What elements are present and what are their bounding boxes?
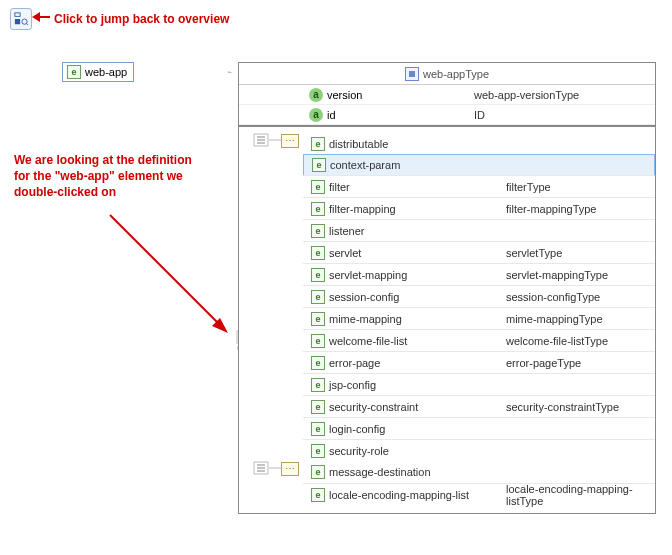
element-type: filterType (506, 181, 655, 193)
element-icon: e (67, 65, 81, 79)
element-icon: e (311, 224, 325, 238)
element-name: security-constraint (329, 401, 418, 413)
element-type: error-pageType (506, 357, 655, 369)
element-icon: e (311, 444, 325, 458)
element-row[interactable]: emime-mappingmime-mappingType (303, 307, 655, 329)
overview-icon (14, 12, 28, 26)
element-icon: e (311, 246, 325, 260)
attribute-icon: a (309, 88, 323, 102)
attribute-type: ID (474, 109, 655, 121)
group-toggle[interactable] (253, 461, 269, 477)
type-header-name: web-appType (423, 68, 489, 80)
sequence-icon[interactable] (281, 462, 299, 476)
element-row[interactable]: elistener (303, 219, 655, 241)
annotation-left-label: We are looking at the definition for the… (14, 152, 194, 201)
element-name: servlet-mapping (329, 269, 407, 281)
element-row[interactable]: esession-configsession-configType (303, 285, 655, 307)
element-icon: e (311, 290, 325, 304)
connector-arrow (150, 71, 238, 73)
element-row[interactable]: efilterfilterType (303, 175, 655, 197)
element-icon: e (311, 356, 325, 370)
element-row[interactable]: econtext-param (303, 154, 655, 176)
svg-rect-0 (15, 13, 20, 17)
svg-line-8 (110, 215, 220, 325)
element-row[interactable]: elocale-encoding-mapping-listlocale-enco… (303, 483, 655, 505)
element-type: session-configType (506, 291, 655, 303)
element-icon: e (311, 312, 325, 326)
element-type: security-constraintType (506, 401, 655, 413)
element-row[interactable]: efilter-mappingfilter-mappingType (303, 197, 655, 219)
type-definition-panel: web-appType aversionweb-app-versionTypea… (238, 62, 656, 514)
element-name: security-role (329, 445, 389, 457)
element-icon: e (311, 137, 325, 151)
element-row[interactable]: esecurity-constraintsecurity-constraintT… (303, 395, 655, 417)
element-icon: e (311, 202, 325, 216)
element-row[interactable]: esecurity-role (303, 439, 655, 461)
element-row[interactable]: eerror-pageerror-pageType (303, 351, 655, 373)
element-name: welcome-file-list (329, 335, 407, 347)
element-icon: e (312, 158, 326, 172)
attribute-row[interactable]: aversionweb-app-versionType (239, 85, 655, 105)
element-type: filter-mappingType (506, 203, 655, 215)
annotation-top-label: Click to jump back to overview (54, 12, 229, 26)
model-group: edistributableecontext-paramefilterfilte… (239, 133, 655, 461)
element-row[interactable]: elogin-config (303, 417, 655, 439)
element-type: servlet-mappingType (506, 269, 655, 281)
element-icon: e (311, 378, 325, 392)
element-type: servletType (506, 247, 655, 259)
model-group: emessage-destinationelocale-encoding-map… (239, 461, 655, 505)
element-name: filter-mapping (329, 203, 396, 215)
svg-rect-1 (15, 19, 20, 24)
overview-button[interactable] (10, 8, 32, 30)
element-name: jsp-config (329, 379, 376, 391)
element-icon: e (311, 180, 325, 194)
attribute-row[interactable]: aidID (239, 105, 655, 125)
element-name: mime-mapping (329, 313, 402, 325)
element-name: session-config (329, 291, 399, 303)
annotation-arrow-top (32, 10, 50, 24)
element-icon: e (311, 400, 325, 414)
attribute-name: id (327, 109, 336, 121)
element-name: distributable (329, 138, 388, 150)
sequence-icon[interactable] (281, 134, 299, 148)
attribute-icon: a (309, 108, 323, 122)
element-name: locale-encoding-mapping-list (329, 489, 469, 501)
complex-type-icon (405, 67, 419, 81)
annotation-arrow-left (100, 210, 240, 340)
group-toggle-icon (253, 133, 269, 147)
element-row[interactable]: edistributable (303, 133, 655, 155)
element-name: servlet (329, 247, 361, 259)
element-icon: e (311, 268, 325, 282)
element-name: listener (329, 225, 364, 237)
element-name: filter (329, 181, 350, 193)
element-icon: e (311, 422, 325, 436)
element-icon: e (311, 488, 325, 502)
svg-marker-5 (32, 12, 40, 22)
element-type: welcome-file-listType (506, 335, 655, 347)
group-toggle-icon (253, 461, 269, 475)
element-icon: e (311, 465, 325, 479)
element-type: mime-mappingType (506, 313, 655, 325)
svg-marker-9 (212, 318, 228, 333)
attribute-type: web-app-versionType (474, 89, 655, 101)
element-name: login-config (329, 423, 385, 435)
svg-line-3 (26, 23, 28, 25)
element-name: context-param (330, 159, 400, 171)
group-toggle[interactable] (253, 133, 269, 149)
source-element-name: web-app (85, 66, 127, 78)
type-header[interactable]: web-appType (239, 63, 655, 85)
element-icon: e (311, 334, 325, 348)
element-row[interactable]: eservletservletType (303, 241, 655, 263)
element-row[interactable]: eservlet-mappingservlet-mappingType (303, 263, 655, 285)
element-type: locale-encoding-mapping-listType (506, 483, 655, 507)
element-row[interactable]: emessage-destination (303, 461, 655, 483)
element-name: error-page (329, 357, 380, 369)
source-element-box[interactable]: e web-app (62, 62, 134, 82)
attribute-name: version (327, 89, 362, 101)
element-row[interactable]: ejsp-config (303, 373, 655, 395)
element-row[interactable]: ewelcome-file-listwelcome-file-listType (303, 329, 655, 351)
element-name: message-destination (329, 466, 431, 478)
svg-marker-7 (228, 71, 238, 73)
